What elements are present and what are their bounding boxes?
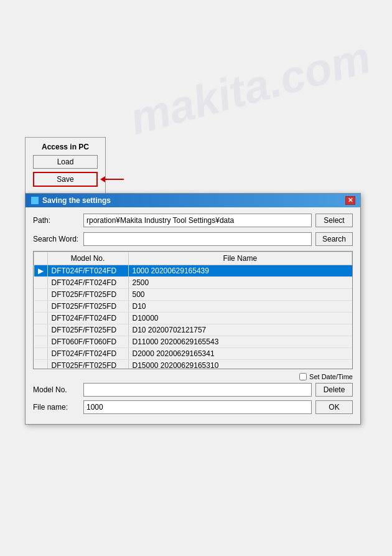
search-button[interactable]: Search: [315, 232, 353, 246]
row-model-cell: DFT024F/FT024FD: [47, 348, 128, 360]
search-word-row: Search Word: Search: [33, 232, 353, 246]
row-filename-cell: D10: [128, 301, 352, 313]
row-arrow-cell: [34, 348, 48, 360]
set-datetime-checkbox[interactable]: [299, 373, 307, 380]
dialog-icon: [30, 196, 39, 205]
row-filename-cell: 500: [128, 289, 352, 301]
file-table-container: Model No. File Name ▶DFT024F/FT024FD1000…: [33, 251, 353, 369]
table-body: ▶DFT024F/FT024FD1000 20200629165439DFT02…: [34, 265, 352, 369]
arrow-line-icon: [105, 179, 124, 180]
dialog-title: Saving the settings: [42, 196, 111, 205]
table-row[interactable]: DFT025F/FT025FDD10 20200702121757: [34, 324, 352, 336]
col-arrow-header: [34, 252, 48, 265]
row-arrow-cell: [34, 301, 48, 313]
model-no-label: Model No.: [33, 385, 80, 394]
table-row[interactable]: DFT024F/FT024FDD2000 20200629165341: [34, 348, 352, 360]
arrow-indicator: [100, 176, 124, 182]
access-in-pc-panel: Access in PC Load Save: [25, 137, 106, 197]
table-row[interactable]: ▶DFT024F/FT024FD1000 20200629165439: [34, 265, 352, 277]
row-model-cell: DFT025F/FT025FD: [47, 301, 128, 313]
set-datetime-label: Set Date/Time: [309, 373, 353, 380]
model-no-row: Model No. Delete: [33, 383, 353, 397]
table-row[interactable]: DFT025F/FT025FDD15000 20200629165310: [34, 360, 352, 369]
access-panel-title: Access in PC: [33, 143, 98, 151]
table-row[interactable]: DFT024F/FT024FDD10000: [34, 313, 352, 324]
save-button[interactable]: Save: [33, 172, 98, 187]
ok-button[interactable]: OK: [315, 400, 353, 414]
path-label: Path:: [33, 216, 80, 225]
file-name-input[interactable]: [83, 400, 312, 414]
path-input[interactable]: [83, 214, 312, 227]
row-filename-cell: D10000: [128, 313, 352, 324]
file-name-label: File name:: [33, 403, 80, 412]
dialog-title-left: Saving the settings: [30, 196, 111, 205]
table-row[interactable]: DFT024F/FT024FD2500: [34, 277, 352, 289]
file-table-scroll[interactable]: Model No. File Name ▶DFT024F/FT024FD1000…: [34, 252, 352, 369]
file-name-row: File name: OK: [33, 400, 353, 414]
row-arrow-cell: [34, 313, 48, 324]
dialog-close-button[interactable]: ✕: [345, 196, 355, 205]
search-word-label: Search Word:: [33, 235, 80, 243]
row-filename-cell: 1000 20200629165439: [128, 265, 352, 277]
row-model-cell: DFT025F/FT025FD: [47, 324, 128, 336]
arrow-head-icon: [100, 176, 105, 182]
col-filename-header: File Name: [128, 252, 352, 265]
row-arrow-cell: [34, 336, 48, 348]
row-model-cell: DFT025F/FT025FD: [47, 360, 128, 369]
search-word-input[interactable]: [83, 232, 312, 246]
bottom-section: Model No. Delete File name: OK: [33, 383, 353, 414]
row-arrow-cell: ▶: [34, 265, 48, 277]
model-no-input[interactable]: [83, 383, 312, 397]
datetime-row: Set Date/Time: [33, 373, 353, 380]
select-button[interactable]: Select: [315, 214, 353, 227]
table-header-row: Model No. File Name: [34, 252, 352, 265]
row-model-cell: DFT024F/FT024FD: [47, 313, 128, 324]
row-filename-cell: D2000 20200629165341: [128, 348, 352, 360]
table-row[interactable]: DFT025F/FT025FDD10: [34, 301, 352, 313]
delete-button[interactable]: Delete: [315, 383, 353, 397]
table-row[interactable]: DFT060F/FT060FDD11000 20200629165543: [34, 336, 352, 348]
saving-settings-dialog: Saving the settings ✕ Path: Select Searc…: [25, 193, 361, 425]
watermark: makita.com: [124, 31, 376, 144]
row-arrow-cell: [34, 289, 48, 301]
row-arrow-cell: [34, 277, 48, 289]
row-arrow-cell: [34, 324, 48, 336]
col-model-header: Model No.: [47, 252, 128, 265]
file-table: Model No. File Name ▶DFT024F/FT024FD1000…: [34, 252, 352, 369]
dialog-titlebar: Saving the settings ✕: [26, 194, 360, 207]
row-filename-cell: D15000 20200629165310: [128, 360, 352, 369]
dialog-body: Path: Select Search Word: Search Model N…: [26, 207, 360, 424]
row-filename-cell: 2500: [128, 277, 352, 289]
row-filename-cell: D10 20200702121757: [128, 324, 352, 336]
row-model-cell: DFT024F/FT024FD: [47, 265, 128, 277]
row-arrow-cell: [34, 360, 48, 369]
row-model-cell: DFT024F/FT024FD: [47, 277, 128, 289]
row-filename-cell: D11000 20200629165543: [128, 336, 352, 348]
row-model-cell: DFT025F/FT025FD: [47, 289, 128, 301]
row-model-cell: DFT060F/FT060FD: [47, 336, 128, 348]
load-button[interactable]: Load: [33, 155, 98, 169]
table-row[interactable]: DFT025F/FT025FD500: [34, 289, 352, 301]
path-row: Path: Select: [33, 214, 353, 227]
